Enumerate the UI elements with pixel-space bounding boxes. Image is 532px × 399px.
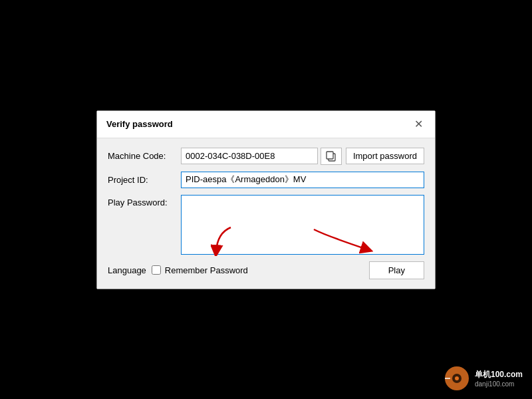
svg-point-4 (455, 376, 459, 380)
left-section: Language Remember Password (108, 265, 248, 275)
machine-code-value: 0002-034C-038D-00E8 (181, 148, 318, 164)
import-password-button[interactable]: Import password (346, 148, 424, 164)
copy-button[interactable] (321, 148, 342, 165)
remember-password-label[interactable]: Remember Password (165, 265, 248, 275)
play-password-row: Play Password: (108, 195, 424, 255)
machine-code-row: Machine Code: 0002-034C-038D-00E8 Import… (108, 148, 424, 165)
watermark-logo (444, 366, 469, 391)
play-button[interactable]: Play (369, 261, 424, 279)
close-button[interactable]: ✕ (412, 118, 426, 131)
watermark-site: 单机100.com (475, 369, 523, 380)
verify-password-dialog: Verify password ✕ Machine Code: 0002-034… (96, 110, 436, 289)
watermark-domain: danji100.com (475, 380, 523, 388)
dialog-body: Machine Code: 0002-034C-038D-00E8 Import… (97, 138, 435, 289)
machine-code-label: Machine Code: (108, 151, 181, 161)
project-id-input[interactable] (181, 172, 424, 188)
title-bar: Verify password ✕ (97, 111, 435, 138)
watermark-text-container: 单机100.com danji100.com (475, 369, 523, 388)
play-password-textarea[interactable] (181, 195, 424, 255)
play-password-label: Play Password: (108, 195, 181, 207)
project-id-row: Project ID: (108, 172, 424, 188)
bottom-row: Language Remember Password Play (108, 261, 424, 279)
remember-row: Remember Password (152, 265, 248, 275)
dialog-title: Verify password (106, 119, 173, 129)
project-id-label: Project ID: (108, 175, 181, 185)
svg-rect-1 (327, 152, 333, 159)
remember-password-checkbox[interactable] (152, 265, 161, 275)
watermark: 单机100.com danji100.com (444, 366, 523, 391)
language-label: Language (108, 265, 146, 275)
copy-icon (325, 150, 337, 162)
